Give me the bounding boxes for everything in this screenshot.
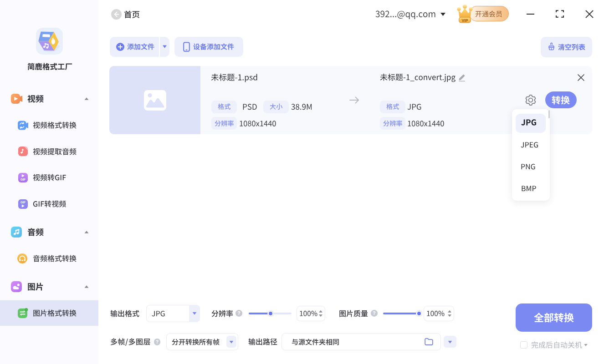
svg-text:GIF: GIF [20,178,26,181]
svg-text:GIF: GIF [20,201,26,204]
svg-text:VIP: VIP [462,18,468,23]
